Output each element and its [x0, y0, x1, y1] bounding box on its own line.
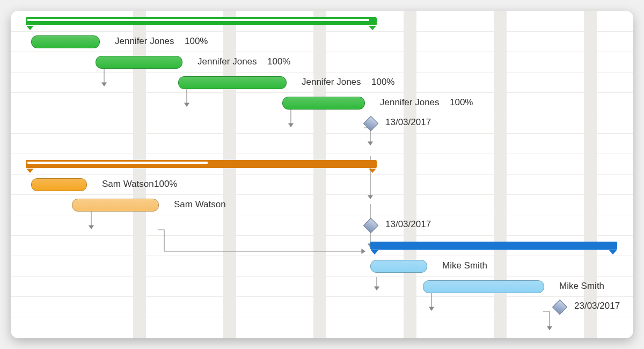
task-bar[interactable] — [423, 280, 544, 293]
task-percent: 100% — [371, 76, 394, 88]
task-label: Sam Watson — [174, 199, 226, 210]
task-label: Sam Watson — [102, 178, 154, 190]
task-bar[interactable] — [96, 56, 182, 69]
task-bar[interactable] — [370, 260, 427, 273]
milestone-label: 13/03/2017 — [385, 219, 431, 230]
task-bar[interactable] — [178, 76, 287, 89]
task-label: Jennifer Jones — [380, 97, 440, 108]
task-percent: 100% — [450, 97, 473, 108]
task-label: Mike Smith — [442, 260, 487, 272]
task-percent: 100% — [185, 35, 208, 47]
summary-bar[interactable] — [26, 17, 377, 25]
task-bar[interactable] — [282, 97, 365, 110]
gantt-card: Jennifer Jones100%Jennifer Jones100%Jenn… — [11, 11, 633, 338]
task-label: Jennifer Jones — [197, 56, 257, 68]
summary-bar[interactable] — [370, 242, 617, 250]
milestone-label: 13/03/2017 — [385, 117, 431, 128]
milestone-label: 23/03/2017 — [574, 301, 620, 311]
task-bar[interactable] — [31, 35, 100, 48]
task-label: Mike Smith — [559, 280, 604, 292]
task-label: Jennifer Jones — [302, 76, 361, 88]
task-bar[interactable] — [31, 178, 87, 191]
task-percent: 100% — [267, 56, 290, 68]
gantt-chart[interactable]: Jennifer Jones100%Jennifer Jones100%Jenn… — [11, 11, 633, 338]
summary-bar[interactable] — [26, 160, 377, 168]
task-label: Jennifer Jones — [115, 35, 174, 47]
task-percent: 100% — [154, 178, 177, 190]
task-bar[interactable] — [72, 199, 159, 212]
